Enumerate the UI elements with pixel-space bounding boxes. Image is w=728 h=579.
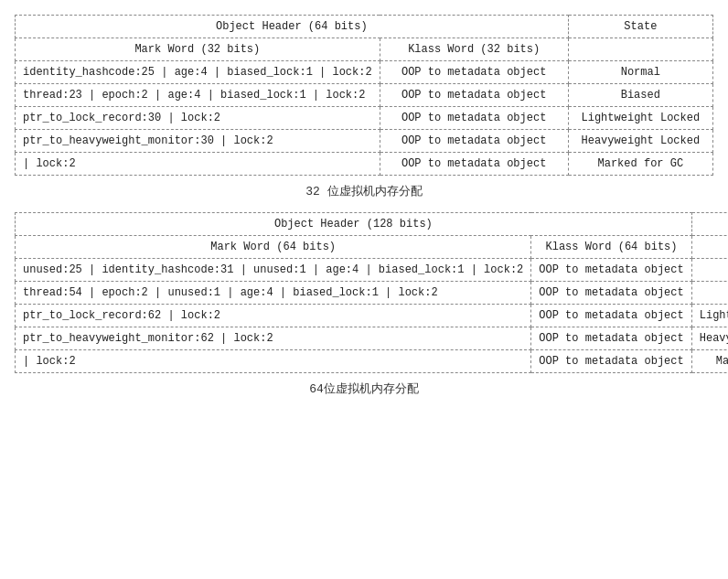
state-cell: Biased [568, 84, 712, 107]
table-row: unused:25 | identity_hashcode:31 | unuse… [16, 259, 729, 282]
mark-word-cell: ptr_to_lock_record:30 | lock:2 [16, 107, 380, 130]
caption-64: 64位虚拟机内存分配 [15, 381, 713, 397]
state-cell: Lightweight Locked [691, 305, 728, 327]
klass-word-cell: OOP to metadata object [380, 61, 568, 84]
klass-word-cell: OOP to metadata object [531, 350, 691, 373]
table-row: ptr_to_heavyweight_monitor:30 | lock:2OO… [16, 130, 713, 153]
table-row: ptr_to_lock_record:62 | lock:2OOP to met… [16, 305, 729, 327]
mark-word-cell: unused:25 | identity_hashcode:31 | unuse… [16, 259, 531, 282]
subheader-mark-word-32: Mark Word (32 bits) [16, 38, 380, 61]
state-cell: Lightweight Locked [568, 107, 712, 130]
subheader-klass-word-64: Klass Word (64 bits) [531, 236, 691, 259]
header-state-64: State [691, 213, 728, 236]
state-cell: Biased [691, 282, 728, 305]
table-32bit: Object Header (64 bits) State Mark Word … [15, 15, 713, 176]
header-object-header-32: Object Header (64 bits) [16, 16, 569, 38]
mark-word-cell: ptr_to_lock_record:62 | lock:2 [16, 305, 531, 327]
klass-word-cell: OOP to metadata object [531, 305, 691, 327]
mark-word-cell: thread:54 | epoch:2 | unused:1 | age:4 |… [16, 282, 531, 305]
mark-word-cell: | lock:2 [16, 350, 531, 373]
header-object-header-64: Object Header (128 bits) [16, 213, 692, 236]
table-32bit-section: Object Header (64 bits) State Mark Word … [15, 15, 713, 199]
klass-word-cell: OOP to metadata object [380, 130, 568, 153]
table-row: thread:23 | epoch:2 | age:4 | biased_loc… [16, 84, 713, 107]
klass-word-cell: OOP to metadata object [380, 84, 568, 107]
table-row: thread:54 | epoch:2 | unused:1 | age:4 |… [16, 282, 729, 305]
table-64bit: Object Header (128 bits) State Mark Word… [15, 212, 728, 373]
mark-word-cell: ptr_to_heavyweight_monitor:30 | lock:2 [16, 130, 380, 153]
mark-word-cell: identity_hashcode:25 | age:4 | biased_lo… [16, 61, 380, 84]
klass-word-cell: OOP to metadata object [380, 153, 568, 176]
mark-word-cell: ptr_to_heavyweight_monitor:62 | lock:2 [16, 327, 531, 350]
mark-word-cell: thread:23 | epoch:2 | age:4 | biased_loc… [16, 84, 380, 107]
klass-word-cell: OOP to metadata object [531, 259, 691, 282]
subheader-klass-word-32: Klass Word (32 bits) [380, 38, 568, 61]
klass-word-cell: OOP to metadata object [531, 327, 691, 350]
table-row: identity_hashcode:25 | age:4 | biased_lo… [16, 61, 713, 84]
state-cell: Normal [691, 259, 728, 282]
table-row: ptr_to_lock_record:30 | lock:2OOP to met… [16, 107, 713, 130]
table-64bit-section: Object Header (128 bits) State Mark Word… [15, 212, 713, 397]
caption-32: 32 位虚拟机内存分配 [15, 183, 713, 199]
table-row: | lock:2OOP to metadata objectMarked for… [16, 350, 729, 373]
state-cell: Marked for GC [568, 153, 712, 176]
state-cell: Heavyweight Locked [568, 130, 712, 153]
mark-word-cell: | lock:2 [16, 153, 380, 176]
state-cell: Heavyweight Locked [691, 327, 728, 350]
subheader-mark-word-64: Mark Word (64 bits) [16, 236, 531, 259]
header-state-32: State [568, 16, 712, 38]
klass-word-cell: OOP to metadata object [380, 107, 568, 130]
klass-word-cell: OOP to metadata object [531, 282, 691, 305]
table-row: ptr_to_heavyweight_monitor:62 | lock:2OO… [16, 327, 729, 350]
state-cell: Marked for GC [691, 350, 728, 373]
table-row: | lock:2OOP to metadata objectMarked for… [16, 153, 713, 176]
state-cell: Normal [568, 61, 712, 84]
